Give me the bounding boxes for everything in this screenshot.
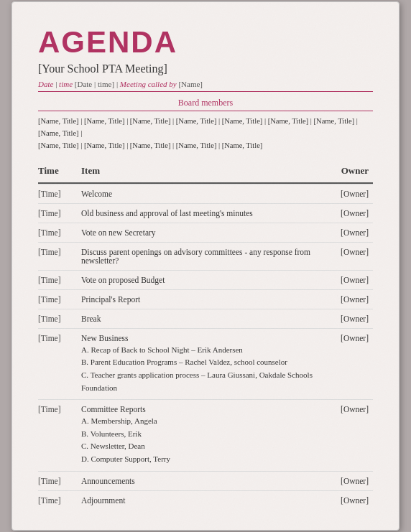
sub-item: A. Recap of Back to School Night – Erik … [81, 344, 318, 357]
table-row: [Time]Principal's Report[Owner] [38, 289, 373, 309]
row-item: Principal's Report [81, 289, 323, 309]
row-owner: [Owner] [323, 289, 373, 309]
sub-item: C. Teacher grants application process – … [81, 369, 318, 394]
agenda-table: Time Item Owner [Time]Welcome[Owner][Tim… [38, 162, 373, 510]
row-owner: [Owner] [323, 328, 373, 399]
sub-item: C. Newsletter, Dean [81, 440, 318, 453]
row-item: Welcome [81, 184, 323, 203]
agenda-page: AGENDA [Your School PTA Meeting] Date | … [11, 1, 400, 530]
row-owner: [Owner] [323, 184, 373, 203]
row-time: [Time] [38, 471, 81, 490]
header-owner: Owner [323, 162, 373, 181]
sub-item: A. Membership, Angela [81, 415, 318, 428]
table-row: [Time]New BusinessA. Recap of Back to Sc… [38, 328, 373, 399]
board-members-list: [Name, Title] | [Name, Title] | [Name, T… [38, 116, 373, 151]
row-owner: [Owner] [323, 471, 373, 490]
sub-item: B. Parent Education Programs – Rachel Va… [81, 356, 318, 369]
time-label: time [59, 80, 73, 88]
sub-item: B. Volunteers, Erik [81, 428, 318, 441]
row-item: Vote on new Secretary [81, 223, 323, 242]
row-owner: [Owner] [323, 223, 373, 242]
table-row: [Time]Welcome[Owner] [38, 184, 373, 203]
table-row: [Time]Announcements[Owner] [38, 471, 373, 490]
sub-item: D. Computer Support, Terry [81, 453, 318, 466]
row-owner: [Owner] [323, 270, 373, 289]
header-item: Item [81, 162, 323, 181]
row-time: [Time] [38, 270, 81, 289]
row-item: Break [81, 309, 323, 328]
table-row: [Time]Committee ReportsA. Membership, An… [38, 400, 373, 471]
table-row: [Time]Adjournment[Owner] [38, 490, 373, 510]
row-item: Discuss parent openings on advisory comm… [81, 242, 323, 270]
row-time: [Time] [38, 223, 81, 242]
date-label: Date [38, 80, 53, 88]
board-members-header: Board members [38, 98, 373, 111]
row-time: [Time] [38, 203, 81, 223]
row-item: Vote on proposed Budget [81, 270, 323, 289]
row-owner: [Owner] [323, 242, 373, 270]
row-item: Old business and approval of last meetin… [81, 203, 323, 223]
row-item: New BusinessA. Recap of Back to School N… [81, 328, 323, 399]
meeting-title: [Your School PTA Meeting] [38, 62, 373, 75]
table-row: [Time]Vote on proposed Budget[Owner] [38, 270, 373, 289]
row-time: [Time] [38, 309, 81, 328]
header-time: Time [38, 162, 81, 181]
date-line: Date | time [Date | time] | Meeting call… [38, 80, 373, 92]
row-owner: [Owner] [323, 203, 373, 223]
row-time: [Time] [38, 490, 81, 510]
meeting-called-name: [Name] [178, 80, 203, 88]
row-time: [Time] [38, 289, 81, 309]
meeting-called-label: Meeting called by [120, 80, 177, 88]
row-time: [Time] [38, 400, 81, 471]
table-row: [Time]Break[Owner] [38, 309, 373, 328]
table-row: [Time]Vote on new Secretary[Owner] [38, 223, 373, 242]
table-row: [Time]Old business and approval of last … [38, 203, 373, 223]
row-item: Announcements [81, 471, 323, 490]
row-item: Committee ReportsA. Membership, AngelaB.… [81, 400, 323, 471]
row-item: Adjournment [81, 490, 323, 510]
row-owner: [Owner] [323, 309, 373, 328]
page-title: AGENDA [38, 25, 373, 60]
row-time: [Time] [38, 328, 81, 399]
row-owner: [Owner] [323, 400, 373, 471]
row-time: [Time] [38, 184, 81, 203]
row-owner: [Owner] [323, 490, 373, 510]
table-row: [Time]Discuss parent openings on advisor… [38, 242, 373, 270]
date-value: [Date | time] [75, 80, 114, 88]
row-time: [Time] [38, 242, 81, 270]
